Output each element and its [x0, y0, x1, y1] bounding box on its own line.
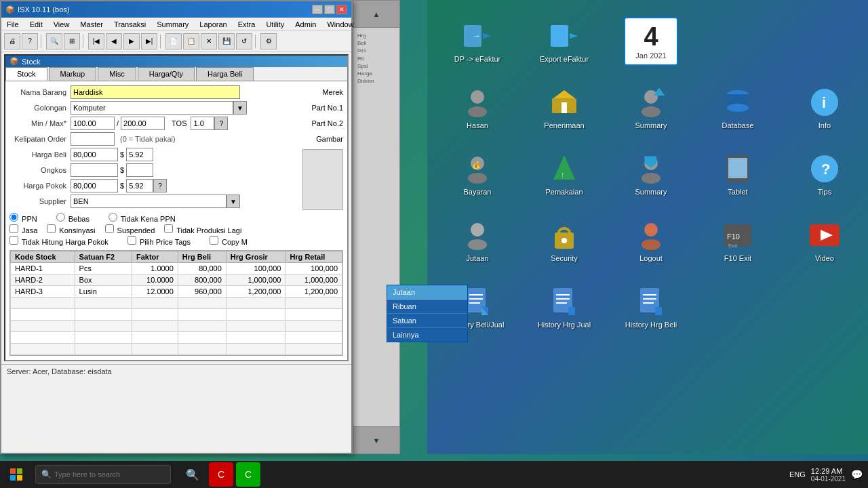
toolbar-delete[interactable]: ✕ [201, 33, 217, 49]
icon-logout[interactable]: Logout [617, 210, 685, 271]
input-supplier[interactable] [71, 195, 226, 208]
icon-bayaran[interactable]: 💰 Bayaran [443, 144, 511, 205]
tray-lang: ENG [789, 470, 806, 479]
taskbar-search-btn[interactable]: 🔍 [179, 461, 206, 488]
minimize-button[interactable]: ─ [312, 5, 323, 14]
icon-security-label: Security [551, 254, 578, 262]
menu-edit[interactable]: Edit [24, 19, 48, 29]
inner-window: 📦 Stock Stock Markup Misc Harga/Qty Harg… [4, 54, 349, 361]
toolbar-new[interactable]: 📄 [165, 33, 182, 49]
icon-dp-efaktur[interactable]: → DP -> eFaktur [443, 11, 511, 72]
taskbar-app-red[interactable]: C [209, 462, 233, 487]
input-kelipatan[interactable] [71, 132, 115, 146]
tray-notification-icon[interactable]: 💬 [851, 469, 863, 480]
icon-tablet[interactable]: Tablet [704, 144, 772, 205]
icon-summary2[interactable]: Summary [617, 144, 685, 205]
input-ongkos[interactable] [71, 163, 118, 177]
dropdown-item-ribuan[interactable]: Ribuan [387, 300, 467, 314]
taskbar-app-green[interactable]: C [236, 462, 260, 487]
toolbar-refresh[interactable]: ↺ [236, 33, 252, 49]
radio-tidak-kena[interactable] [108, 213, 117, 222]
cb-suspended[interactable] [105, 224, 114, 233]
table-row[interactable]: HARD-3 Lusin 12.0000 960,000 1,200,000 1… [11, 286, 342, 298]
input-nama-barang[interactable] [71, 85, 240, 99]
table-row[interactable]: HARD-1 Pcs 1.0000 80,000 100,000 100,000 [11, 263, 342, 274]
icon-calendar[interactable]: 4 Jan 2021 [617, 11, 685, 72]
toolbar-next[interactable]: ▶ [123, 33, 140, 49]
sidebar-scroll-down[interactable]: ▼ [353, 426, 399, 453]
icon-penerimaan[interactable]: Penerimaan [530, 77, 598, 138]
icon-history-hrg-jual[interactable]: History Hrg Jual [530, 277, 598, 338]
icon-tips[interactable]: ? Tips [791, 144, 859, 205]
label-supplier: Supplier [9, 197, 71, 205]
input-harga-beli-pct[interactable] [126, 148, 153, 161]
menu-summary[interactable]: Summary [151, 19, 194, 29]
tos-help-btn[interactable]: ? [214, 117, 228, 130]
icon-video[interactable]: Video [791, 210, 859, 271]
menu-file[interactable]: File [1, 19, 24, 29]
icon-export-efaktur[interactable]: Export eFaktur [530, 11, 598, 72]
tab-harga-beli[interactable]: Harga Beli [196, 67, 254, 81]
menu-admin[interactable]: Admin [290, 19, 321, 29]
input-harga-pokok-pct[interactable] [126, 179, 153, 192]
cb-konsinyasi[interactable] [47, 224, 56, 233]
icon-hasan[interactable]: Hasan [443, 77, 511, 138]
icon-info[interactable]: i Info [791, 77, 859, 138]
toolbar-copy[interactable]: 📋 [183, 33, 199, 49]
icon-jutaan[interactable]: Jutaan [443, 210, 511, 271]
icon-database[interactable]: Database [704, 77, 772, 138]
tab-misc[interactable]: Misc [98, 67, 136, 81]
harga-pokok-help-btn[interactable]: ? [153, 179, 167, 192]
golongan-select-btn[interactable]: ▼ [233, 101, 247, 115]
dropdown-item-lainnya[interactable]: Lainnya [387, 328, 467, 342]
toolbar-first[interactable]: |◀ [88, 33, 104, 49]
icon-f10exit[interactable]: F10Exit F10 Exit [704, 210, 772, 271]
cb-tidak-produksi[interactable] [164, 224, 173, 233]
menu-laporan[interactable]: Laporan [194, 19, 232, 29]
icon-history-hrg-beli[interactable]: History Hrg Beli [617, 277, 685, 338]
cb-copy-m[interactable] [210, 236, 218, 245]
supplier-select-btn[interactable]: ▼ [226, 195, 240, 208]
input-harga-beli[interactable] [71, 148, 118, 161]
icon-summary1[interactable]: Summary [617, 77, 685, 138]
toolbar-view[interactable]: ⊞ [64, 33, 80, 49]
toolbar-prev[interactable]: ◀ [106, 33, 122, 49]
table-row[interactable]: HARD-2 Box 10.0000 800,000 1,000,000 1,0… [11, 274, 342, 286]
tab-harga-qty[interactable]: Harga/Qty [138, 67, 195, 81]
icon-pemakaian[interactable]: ↑ Pemakaian [530, 144, 598, 205]
input-harga-pokok[interactable] [71, 179, 118, 192]
cb-tidak-hitung[interactable] [9, 236, 18, 245]
cb-jasa[interactable] [9, 224, 18, 233]
menu-master[interactable]: Master [75, 19, 108, 29]
close-button[interactable]: ✕ [336, 5, 347, 14]
start-button[interactable] [0, 461, 33, 488]
menu-utility[interactable]: Utility [260, 19, 290, 29]
radio-bebas[interactable] [56, 213, 65, 222]
toolbar-zoom[interactable]: 🔍 [46, 33, 62, 49]
input-min[interactable] [71, 117, 115, 130]
form-row-nama: Nama Barang Merek [9, 85, 343, 99]
toolbar-last[interactable]: ▶| [141, 33, 157, 49]
toolbar-help[interactable]: ? [22, 33, 38, 49]
tab-markup[interactable]: Markup [49, 67, 97, 81]
menu-view[interactable]: View [48, 19, 75, 29]
input-tos[interactable] [191, 117, 214, 130]
toolbar-print[interactable]: 🖨 [4, 33, 20, 49]
dropdown-item-jutaan[interactable]: Jutaan [387, 285, 467, 300]
input-max[interactable] [121, 117, 165, 130]
cb-pilih-price[interactable] [127, 236, 136, 245]
menu-window[interactable]: Window [321, 19, 359, 29]
maximize-button[interactable]: □ [324, 5, 335, 14]
search-input[interactable] [54, 470, 163, 479]
input-golongan[interactable] [71, 101, 233, 115]
sidebar-scroll-up[interactable]: ▲ [353, 1, 399, 28]
input-ongkos-pct[interactable] [126, 163, 153, 177]
icon-security[interactable]: Security [530, 210, 598, 271]
tab-stock[interactable]: Stock [5, 67, 47, 81]
toolbar-save[interactable]: 💾 [218, 33, 235, 49]
dropdown-item-satuan[interactable]: Satuan [387, 314, 467, 328]
menu-extra[interactable]: Extra [233, 19, 261, 29]
menu-transaksi[interactable]: Transaksi [108, 19, 151, 29]
toolbar-settings[interactable]: ⚙ [260, 33, 277, 49]
radio-ppn[interactable] [9, 213, 18, 222]
